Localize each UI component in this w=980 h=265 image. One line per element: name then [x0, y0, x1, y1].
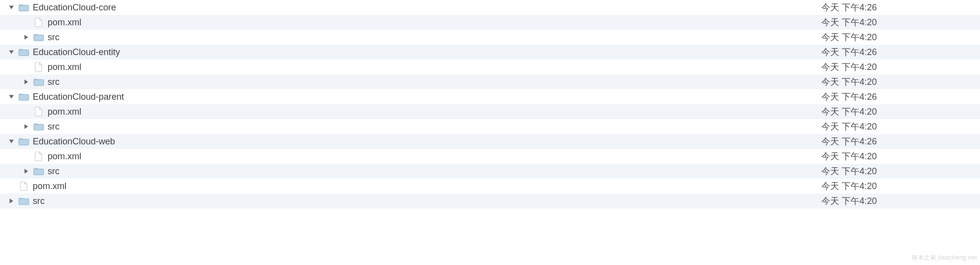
- tree-row-name-cell: EducationCloud-core: [0, 1, 821, 13]
- tree-row-name-cell: src: [0, 195, 821, 207]
- file-icon: [33, 150, 45, 162]
- tree-row-name-cell: EducationCloud-parent: [0, 91, 821, 103]
- folder-icon: [18, 46, 30, 58]
- disclosure-triangle-icon: [7, 182, 16, 191]
- tree-row-name-cell: pom.xml: [0, 106, 821, 118]
- folder-icon: [33, 165, 45, 177]
- disclosure-triangle-icon[interactable]: [7, 92, 16, 101]
- tree-row[interactable]: pom.xml今天 下午4:20: [0, 60, 980, 74]
- disclosure-triangle-icon: [22, 107, 31, 116]
- folder-icon: [18, 91, 30, 103]
- date-modified: 今天 下午4:20: [821, 165, 970, 177]
- tree-row[interactable]: src今天 下午4:20: [0, 74, 980, 89]
- folder-icon: [33, 76, 45, 88]
- item-name: src: [48, 77, 60, 87]
- date-modified: 今天 下午4:26: [821, 91, 970, 103]
- disclosure-triangle-icon[interactable]: [22, 167, 31, 176]
- date-modified: 今天 下午4:20: [821, 195, 970, 207]
- svg-rect-6: [34, 80, 44, 86]
- item-name: pom.xml: [33, 181, 66, 192]
- folder-icon: [33, 31, 45, 43]
- disclosure-triangle-icon: [22, 152, 31, 161]
- tree-row-name-cell: pom.xml: [0, 180, 821, 192]
- item-name: src: [33, 196, 45, 206]
- date-modified: 今天 下午4:26: [821, 1, 970, 13]
- tree-row[interactable]: EducationCloud-core今天 下午4:26: [0, 0, 980, 15]
- tree-row[interactable]: EducationCloud-parent今天 下午4:26: [0, 89, 980, 104]
- svg-rect-0: [19, 5, 29, 11]
- tree-row-name-cell: src: [0, 76, 821, 88]
- date-modified: 今天 下午4:26: [821, 46, 970, 58]
- file-icon: [33, 106, 45, 118]
- date-modified: 今天 下午4:20: [821, 76, 970, 88]
- watermark-text: 脚本之家 jiaocheng.net: [912, 254, 977, 262]
- tree-row-name-cell: src: [0, 165, 821, 177]
- date-modified: 今天 下午4:20: [821, 106, 970, 118]
- folder-icon: [33, 121, 45, 132]
- tree-row-name-cell: EducationCloud-entity: [0, 46, 821, 58]
- svg-rect-8: [19, 95, 29, 101]
- item-name: EducationCloud-web: [33, 136, 115, 147]
- file-icon: [33, 61, 45, 73]
- tree-row[interactable]: pom.xml今天 下午4:20: [0, 179, 980, 194]
- folder-icon: [18, 1, 30, 13]
- tree-row-name-cell: pom.xml: [0, 16, 821, 28]
- disclosure-triangle-icon[interactable]: [7, 197, 16, 205]
- item-name: EducationCloud-parent: [33, 92, 124, 102]
- tree-row-name-cell: src: [0, 31, 821, 43]
- file-icon: [18, 180, 30, 192]
- svg-rect-12: [19, 139, 29, 145]
- date-modified: 今天 下午4:20: [821, 31, 970, 43]
- tree-row[interactable]: EducationCloud-entity今天 下午4:26: [0, 45, 980, 60]
- item-name: pom.xml: [48, 107, 81, 117]
- date-modified: 今天 下午4:20: [821, 180, 970, 192]
- svg-rect-16: [19, 199, 29, 205]
- date-modified: 今天 下午4:20: [821, 121, 970, 132]
- file-tree: EducationCloud-core今天 下午4:26pom.xml今天 下午…: [0, 0, 980, 208]
- tree-row[interactable]: src今天 下午4:20: [0, 119, 980, 134]
- item-name: EducationCloud-entity: [33, 47, 120, 58]
- tree-row[interactable]: pom.xml今天 下午4:20: [0, 15, 980, 30]
- tree-row[interactable]: src今天 下午4:20: [0, 194, 980, 208]
- disclosure-triangle-icon[interactable]: [22, 33, 31, 42]
- item-name: src: [48, 32, 60, 43]
- item-name: src: [48, 122, 60, 132]
- tree-row[interactable]: pom.xml今天 下午4:20: [0, 104, 980, 119]
- svg-rect-10: [34, 125, 44, 131]
- date-modified: 今天 下午4:20: [821, 61, 970, 73]
- disclosure-triangle-icon: [22, 18, 31, 27]
- date-modified: 今天 下午4:26: [821, 135, 970, 147]
- tree-row[interactable]: src今天 下午4:20: [0, 30, 980, 45]
- tree-row-name-cell: EducationCloud-web: [0, 135, 821, 147]
- item-name: src: [48, 166, 60, 177]
- disclosure-triangle-icon[interactable]: [7, 48, 16, 57]
- tree-row-name-cell: src: [0, 121, 821, 132]
- item-name: pom.xml: [48, 151, 81, 162]
- file-icon: [33, 16, 45, 28]
- tree-row-name-cell: pom.xml: [0, 150, 821, 162]
- disclosure-triangle-icon: [22, 63, 31, 71]
- folder-icon: [18, 195, 30, 207]
- tree-row-name-cell: pom.xml: [0, 61, 821, 73]
- tree-row[interactable]: src今天 下午4:20: [0, 164, 980, 179]
- date-modified: 今天 下午4:20: [821, 16, 970, 28]
- tree-row[interactable]: pom.xml今天 下午4:20: [0, 149, 980, 164]
- tree-row[interactable]: EducationCloud-web今天 下午4:26: [0, 134, 980, 149]
- disclosure-triangle-icon[interactable]: [22, 122, 31, 131]
- svg-rect-14: [34, 169, 44, 175]
- disclosure-triangle-icon[interactable]: [22, 77, 31, 86]
- svg-rect-4: [19, 50, 29, 56]
- item-name: EducationCloud-core: [33, 2, 116, 13]
- svg-rect-2: [34, 35, 44, 41]
- folder-icon: [18, 135, 30, 147]
- date-modified: 今天 下午4:20: [821, 150, 970, 162]
- item-name: pom.xml: [48, 62, 81, 72]
- item-name: pom.xml: [48, 17, 81, 28]
- disclosure-triangle-icon[interactable]: [7, 137, 16, 146]
- disclosure-triangle-icon[interactable]: [7, 3, 16, 12]
